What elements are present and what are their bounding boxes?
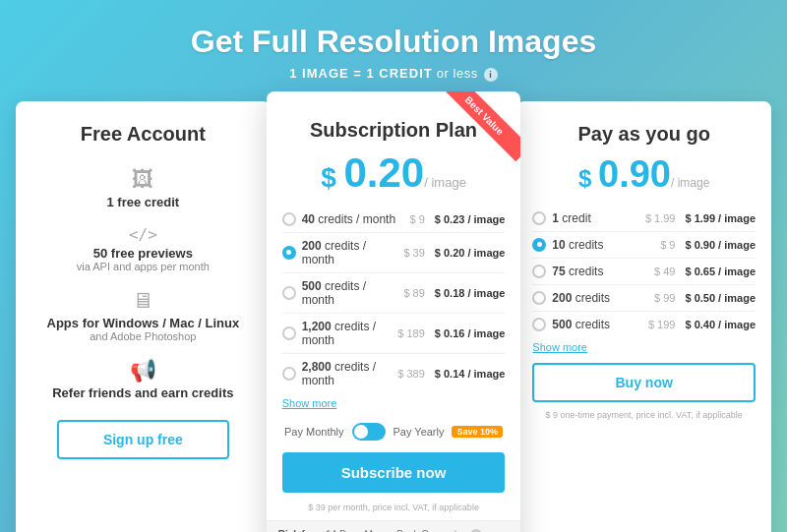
pay-option-label: 200 credits xyxy=(552,291,648,305)
free-card-body: 🖼 1 free credit </> 50 free previews via… xyxy=(16,153,271,532)
pay-option-per-image: $ 0.40 / image xyxy=(685,319,756,330)
free-card: Free Account 🖼 1 free credit </> 50 free… xyxy=(16,101,271,532)
apps-icon: 🖥 xyxy=(132,288,153,314)
subscription-option-base-price: $ 9 xyxy=(410,213,425,225)
free-feature-3: 🖥 Apps for Windows / Mac / Linux and Ado… xyxy=(47,282,240,348)
subscription-option-label: 40 credits / month xyxy=(302,212,404,226)
subtitle: 1 IMAGE = 1 CREDIT or less i xyxy=(191,66,597,82)
subscription-footer: Risk free: 14 Days Money Back Guarantee … xyxy=(267,520,521,532)
pay-option-per-image: $ 0.65 / image xyxy=(685,266,756,277)
signup-button[interactable]: Sign up free xyxy=(57,420,229,459)
pay-card-title: Pay as you go xyxy=(516,101,771,153)
ribbon-wrapper: Best Value xyxy=(442,91,520,170)
subscription-card: Best Value Subscription Plan $ 0.20/ ima… xyxy=(267,91,521,532)
sub-payment-note: $ 39 per month, price incl. VAT, if appl… xyxy=(267,502,521,520)
pay-option-per-image: $ 0.50 / image xyxy=(685,292,756,304)
subscription-option-per-image: $ 0.14 / image xyxy=(435,368,506,380)
page-header: Get Full Resolution Images 1 IMAGE = 1 C… xyxy=(191,24,597,82)
subscription-footer-item: Risk free: 14 Days Money Back Guarantee … xyxy=(278,529,510,532)
best-value-ribbon: Best Value xyxy=(442,91,520,161)
subscription-option-per-image: $ 0.18 / image xyxy=(435,287,506,299)
buy-payment-note: $ 9 one-time payment, price incl. VAT, i… xyxy=(516,410,771,426)
pay-option-label: 1 credit xyxy=(552,211,639,225)
code-icon: </> xyxy=(129,225,157,244)
subscription-show-more[interactable]: Show more xyxy=(267,393,521,415)
save-badge: Save 10% xyxy=(452,426,503,438)
subscription-option-label: 1,200 credits / month xyxy=(302,320,393,347)
subscription-option-radio[interactable] xyxy=(282,246,296,260)
free-feature-1: 🖼 1 free credit xyxy=(106,161,179,215)
pay-option-base-price: $ 1.99 xyxy=(645,212,676,224)
pay-option-row[interactable]: 10 credits $ 9 $ 0.90 / image xyxy=(532,232,756,259)
subscription-option-row[interactable]: 200 credits / month $ 39 $ 0.20 / image xyxy=(282,233,506,273)
subscription-option-per-image: $ 0.20 / image xyxy=(435,247,506,259)
page-title: Get Full Resolution Images xyxy=(191,24,597,60)
pay-amount: 0.90 xyxy=(598,153,671,195)
subscription-option-base-price: $ 39 xyxy=(403,247,424,259)
pay-option-radio[interactable] xyxy=(532,318,546,331)
pay-option-per-image: $ 0.90 / image xyxy=(685,239,756,251)
previews-label: 50 free previews xyxy=(93,246,193,261)
pay-option-radio[interactable] xyxy=(532,291,546,305)
pay-main-price: $ 0.90/ image xyxy=(516,153,771,206)
pay-option-base-price: $ 49 xyxy=(654,266,675,277)
pay-option-label: 75 credits xyxy=(552,265,648,278)
pay-show-more[interactable]: Show more xyxy=(516,337,771,359)
previews-sub: via API and apps per month xyxy=(77,261,210,272)
pay-monthly-label: Pay Monthly xyxy=(284,426,344,438)
sub-currency: $ xyxy=(321,162,343,193)
pay-currency: $ xyxy=(578,165,598,192)
pay-option-row[interactable]: 1 credit $ 1.99 $ 1.99 / image xyxy=(532,206,756,232)
pay-option-row[interactable]: 200 credits $ 99 $ 0.50 / image xyxy=(532,285,756,312)
pay-option-radio[interactable] xyxy=(532,211,546,225)
pay-option-radio[interactable] xyxy=(532,265,546,278)
pay-card: Pay as you go $ 0.90/ image 1 credit $ 1… xyxy=(516,101,771,532)
pay-option-row[interactable]: 75 credits $ 49 $ 0.65 / image xyxy=(532,259,756,285)
subscription-option-row[interactable]: 1,200 credits / month $ 189 $ 0.16 / ima… xyxy=(282,314,506,354)
subscription-option-row[interactable]: 2,800 credits / month $ 389 $ 0.14 / ima… xyxy=(282,354,506,393)
sub-per: / image xyxy=(424,175,466,190)
billing-toggle[interactable] xyxy=(352,423,386,441)
pay-option-label: 500 credits xyxy=(552,318,642,331)
pay-option-radio[interactable] xyxy=(532,238,546,252)
subscription-option-base-price: $ 389 xyxy=(397,368,425,380)
free-feature-4: 📢 Refer friends and earn credits xyxy=(52,352,233,406)
pay-option-base-price: $ 9 xyxy=(660,239,675,251)
subscription-option-radio[interactable] xyxy=(282,286,296,300)
subscription-option-label: 200 credits / month xyxy=(302,239,398,266)
subscription-option-label: 2,800 credits / month xyxy=(302,360,393,387)
sub-amount: 0.20 xyxy=(343,149,424,196)
subscription-option-base-price: $ 89 xyxy=(403,287,424,299)
free-credit-label: 1 free credit xyxy=(106,195,179,209)
subscription-options: 40 credits / month $ 9 $ 0.23 / image 20… xyxy=(267,207,521,393)
pay-options: 1 credit $ 1.99 $ 1.99 / image 10 credit… xyxy=(516,206,771,337)
pay-option-base-price: $ 99 xyxy=(654,292,675,304)
pay-option-label: 10 credits xyxy=(552,238,654,252)
info-icon[interactable]: i xyxy=(484,68,498,82)
refer-icon: 📢 xyxy=(130,358,156,384)
free-feature-2: </> 50 free previews via API and apps pe… xyxy=(77,219,210,278)
subscription-option-radio[interactable] xyxy=(282,212,296,226)
subscription-option-label: 500 credits / month xyxy=(302,279,398,307)
subtitle-suffix: or less xyxy=(437,66,478,81)
buy-button[interactable]: Buy now xyxy=(532,363,756,402)
subtitle-strong: 1 IMAGE = 1 CREDIT xyxy=(289,66,433,81)
subscription-option-row[interactable]: 500 credits / month $ 89 $ 0.18 / image xyxy=(282,273,506,314)
apps-label: Apps for Windows / Mac / Linux xyxy=(47,316,240,330)
image-icon: 🖼 xyxy=(132,167,153,193)
subscription-option-base-price: $ 189 xyxy=(397,327,425,339)
pay-option-per-image: $ 1.99 / image xyxy=(685,212,756,224)
subscription-option-radio[interactable] xyxy=(282,367,296,381)
pay-option-row[interactable]: 500 credits $ 199 $ 0.40 / image xyxy=(532,312,756,337)
subscribe-button[interactable]: Subscribe now xyxy=(282,452,506,493)
subscription-option-radio[interactable] xyxy=(282,326,296,340)
pay-per: / image xyxy=(671,176,709,190)
pay-option-base-price: $ 199 xyxy=(648,319,676,330)
toggle-row: Pay Monthly Pay Yearly Save 10% xyxy=(267,415,521,448)
subscription-option-row[interactable]: 40 credits / month $ 9 $ 0.23 / image xyxy=(282,207,506,233)
free-card-title: Free Account xyxy=(16,101,271,153)
refer-label: Refer friends and earn credits xyxy=(52,385,233,400)
apps-sub: and Adobe Photoshop xyxy=(90,330,196,342)
subscription-option-per-image: $ 0.23 / image xyxy=(435,213,506,225)
subscription-option-per-image: $ 0.16 / image xyxy=(435,327,506,339)
